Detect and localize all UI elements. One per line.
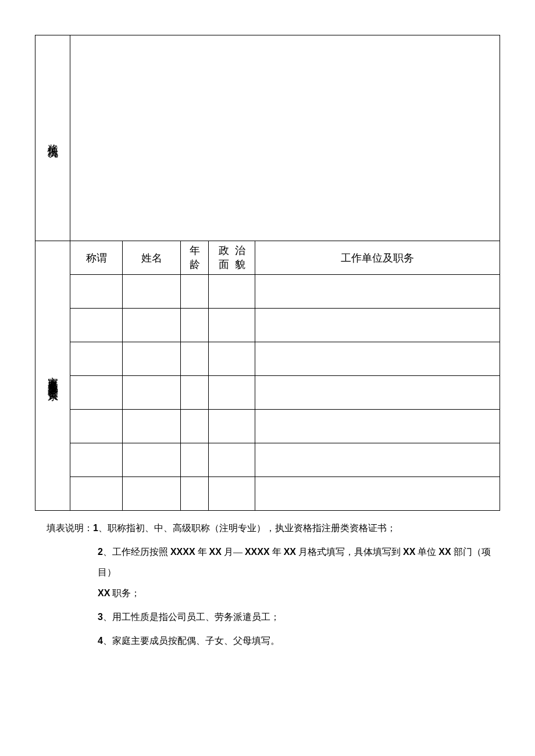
age-line1: 年 <box>190 244 200 257</box>
note-4-text: 、家庭主要成员按配偶、子女、父母填写。 <box>103 636 280 646</box>
header-political: 政治 面貌 <box>209 241 255 275</box>
family-row <box>35 275 500 309</box>
form-table: 奖惩情况 家庭主要成员及重要社会关系 称谓 姓名 年 龄 政治 面貌 工作单位及… <box>35 35 500 511</box>
cell-workplace <box>255 309 500 342</box>
rewards-label-cell: 奖惩情况 <box>35 35 70 241</box>
cell-age <box>181 275 209 309</box>
cell-political <box>209 376 255 410</box>
cell-age <box>181 477 209 511</box>
cell-name <box>123 376 181 410</box>
cell-relation <box>70 410 123 443</box>
family-row <box>35 410 500 443</box>
header-relation: 称谓 <box>70 241 123 275</box>
note-4-num: 4 <box>98 636 103 646</box>
cell-political <box>209 275 255 309</box>
notes-section: 填表说明：1、职称指初、中、高级职称（注明专业），执业资格指注册类资格证书； 2… <box>35 518 500 651</box>
cell-age <box>181 410 209 443</box>
cell-relation <box>70 275 123 309</box>
cell-name <box>123 309 181 342</box>
family-label: 家庭主要成员及重要社会关系 <box>35 241 70 510</box>
family-row <box>35 477 500 511</box>
cell-relation <box>70 443 123 477</box>
cell-relation <box>70 309 123 342</box>
cell-political <box>209 309 255 342</box>
cell-workplace <box>255 376 500 410</box>
pol-line2: 面貌 <box>213 258 251 271</box>
header-age: 年 龄 <box>181 241 209 275</box>
rewards-section-row: 奖惩情况 <box>35 35 500 241</box>
header-name: 姓名 <box>123 241 181 275</box>
cell-name <box>123 443 181 477</box>
family-row <box>35 443 500 477</box>
pol-line1: 政治 <box>213 244 251 257</box>
cell-workplace <box>255 443 500 477</box>
note-1: 填表说明：1、职称指初、中、高级职称（注明专业），执业资格指注册类资格证书； <box>47 518 500 538</box>
cell-name <box>123 275 181 309</box>
cell-relation <box>70 477 123 511</box>
header-workplace: 工作单位及职务 <box>255 241 500 275</box>
cell-relation <box>70 376 123 410</box>
cell-workplace <box>255 342 500 376</box>
cell-political <box>209 443 255 477</box>
note-2-num: 2 <box>98 547 103 557</box>
cell-name <box>123 410 181 443</box>
notes-prefix: 填表说明： <box>47 523 93 533</box>
family-header-row: 家庭主要成员及重要社会关系 称谓 姓名 年 龄 政治 面貌 工作单位及职务 <box>35 241 500 275</box>
cell-workplace <box>255 410 500 443</box>
family-row <box>35 342 500 376</box>
cell-age <box>181 342 209 376</box>
cell-age <box>181 376 209 410</box>
cell-political <box>209 342 255 376</box>
cell-workplace <box>255 477 500 511</box>
rewards-content-cell <box>70 35 500 241</box>
note-1-num: 1 <box>93 523 98 533</box>
rewards-label: 奖惩情况 <box>35 35 70 241</box>
family-label-cell: 家庭主要成员及重要社会关系 <box>35 241 70 511</box>
family-row <box>35 309 500 342</box>
cell-name <box>123 342 181 376</box>
note-3-text: 、用工性质是指公司员工、劳务派遣员工； <box>103 612 280 622</box>
cell-name <box>123 477 181 511</box>
cell-age <box>181 309 209 342</box>
cell-workplace <box>255 275 500 309</box>
note-3: 3、用工性质是指公司员工、劳务派遣员工； <box>47 607 500 627</box>
family-row <box>35 376 500 410</box>
age-line2: 龄 <box>190 258 200 271</box>
cell-age <box>181 443 209 477</box>
cell-relation <box>70 342 123 376</box>
note-4: 4、家庭主要成员按配偶、子女、父母填写。 <box>47 630 500 651</box>
note-1-text: 、职称指初、中、高级职称（注明专业），执业资格指注册类资格证书； <box>98 523 396 533</box>
cell-political <box>209 410 255 443</box>
note-2: 2、工作经历按照 XXXX 年 XX 月— XXXX 年 XX 月格式填写，具体… <box>47 542 500 603</box>
note-3-num: 3 <box>98 612 103 622</box>
cell-political <box>209 477 255 511</box>
